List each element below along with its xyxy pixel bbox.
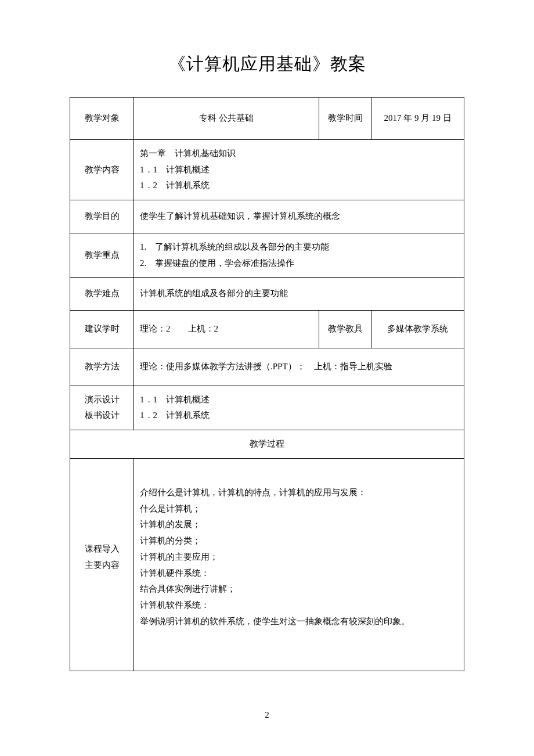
value-keypoint: 1. 了解计算机系统的组成以及各部分的主要功能 2. 掌握键盘的使用，学会标准指… xyxy=(134,233,464,278)
label-subject: 教学对象 xyxy=(70,98,134,140)
label-content: 教学内容 xyxy=(70,139,134,200)
row-purpose: 教学目的 使学生了解计算机基础知识，掌握计算机系统的概念 xyxy=(70,200,464,233)
label-purpose: 教学目的 xyxy=(70,200,134,233)
label-difficulty: 教学难点 xyxy=(70,278,134,311)
row-hours-aids: 建议学时 理论：2 上机：2 教学教具 多媒体教学系统 xyxy=(70,311,464,348)
value-method: 理论：使用多媒体教学方法讲授（.PPT）； 上机：指导上机实验 xyxy=(134,348,464,386)
document-title: 《计算机应用基础》教案 xyxy=(70,52,464,76)
value-purpose: 使学生了解计算机基础知识，掌握计算机系统的概念 xyxy=(134,200,464,233)
row-design: 演示设计 板书设计 1．1 计算机概述 1．2 计算机系统 xyxy=(70,386,464,430)
label-method: 教学方法 xyxy=(70,348,134,386)
label-keypoint: 教学重点 xyxy=(70,233,134,278)
lesson-plan-table: 教学对象 专科 公共基础 教学时间 2017 年 9 月 19 日 教学内容 第… xyxy=(70,97,464,671)
label-intro: 课程导入 主要内容 xyxy=(70,458,134,671)
value-time: 2017 年 9 月 19 日 xyxy=(371,98,464,140)
value-difficulty: 计算机系统的组成及各部分的主要功能 xyxy=(134,278,464,311)
row-method: 教学方法 理论：使用多媒体教学方法讲授（.PPT）； 上机：指导上机实验 xyxy=(70,348,464,386)
row-subject-time: 教学对象 专科 公共基础 教学时间 2017 年 9 月 19 日 xyxy=(70,98,464,140)
row-process-header: 教学过程 xyxy=(70,430,464,459)
label-design: 演示设计 板书设计 xyxy=(70,386,134,430)
process-header: 教学过程 xyxy=(70,430,464,459)
value-intro: 介绍什么是计算机，计算机的特点，计算机的应用与发展： 什么是计算机； 计算机的发… xyxy=(134,458,464,671)
document-page: 《计算机应用基础》教案 教学对象 专科 公共基础 教学时间 2017 年 9 月… xyxy=(0,0,534,694)
row-difficulty: 教学难点 计算机系统的组成及各部分的主要功能 xyxy=(70,278,464,311)
label-aids: 教学教具 xyxy=(319,311,371,348)
value-subject: 专科 公共基础 xyxy=(134,98,319,140)
label-time: 教学时间 xyxy=(319,98,371,140)
page-number: 2 xyxy=(0,710,534,720)
value-hours: 理论：2 上机：2 xyxy=(134,311,319,348)
label-hours: 建议学时 xyxy=(70,311,134,348)
row-keypoint: 教学重点 1. 了解计算机系统的组成以及各部分的主要功能 2. 掌握键盘的使用，… xyxy=(70,233,464,278)
value-design: 1．1 计算机概述 1．2 计算机系统 xyxy=(134,386,464,430)
row-content: 教学内容 第一章 计算机基础知识 1．1 计算机概述 1．2 计算机系统 xyxy=(70,139,464,200)
value-content: 第一章 计算机基础知识 1．1 计算机概述 1．2 计算机系统 xyxy=(134,139,464,200)
value-aids: 多媒体教学系统 xyxy=(371,311,464,348)
row-intro: 课程导入 主要内容 介绍什么是计算机，计算机的特点，计算机的应用与发展： 什么是… xyxy=(70,458,464,671)
